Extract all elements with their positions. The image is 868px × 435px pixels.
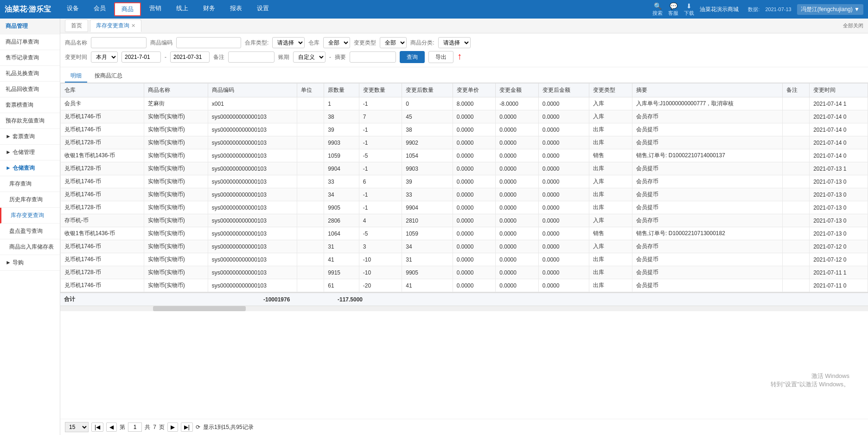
sub-tabs: 明细 按商品汇总 bbox=[60, 67, 868, 83]
cell-1-1: 实物币(实物币) bbox=[144, 110, 208, 123]
warehouse-type-select[interactable]: 请选择 bbox=[272, 37, 305, 48]
user-info[interactable]: 冯楚江(fengchujiang) ▼ bbox=[797, 4, 863, 15]
cell-11-10: 入库 bbox=[589, 240, 632, 253]
sidebar-item-coin[interactable]: 售币记录查询 bbox=[0, 50, 60, 66]
cell-5-10: 出库 bbox=[589, 162, 632, 175]
cell-9-1: 实物币(实物币) bbox=[144, 214, 208, 227]
tab-close-icon[interactable]: ✕ bbox=[131, 23, 135, 29]
cell-10-0: 收银1售币机1436-币 bbox=[61, 227, 144, 240]
export-button[interactable]: 导出 bbox=[428, 51, 453, 63]
cell-8-11: 会员提币 bbox=[632, 201, 782, 214]
cell-4-3 bbox=[297, 149, 324, 162]
expiry-select[interactable]: 自定义 bbox=[293, 51, 326, 63]
cell-11-2: sys000000000000103 bbox=[208, 240, 297, 253]
table-row[interactable]: 收银1售币机1436-币实物币(实物币)sys00000000000010310… bbox=[61, 227, 868, 240]
sidebar-item-ticket-query[interactable]: ► 套票查询 bbox=[0, 129, 60, 145]
sidebar-item-stock[interactable]: 库存查询 bbox=[0, 176, 60, 192]
service-tool[interactable]: 💬 客服 bbox=[668, 2, 678, 17]
summary-input[interactable] bbox=[350, 51, 396, 63]
table-row[interactable]: 兑币机1728-币实物币(实物币)sys0000000000001039904-… bbox=[61, 162, 868, 175]
tab-stock-change[interactable]: 库存变更查询 ✕ bbox=[90, 19, 141, 32]
remark-input[interactable] bbox=[228, 51, 274, 63]
download-label: 下载 bbox=[684, 10, 694, 16]
sidebar-item-order[interactable]: 商品订单查询 bbox=[0, 34, 60, 50]
cell-8-10: 出库 bbox=[589, 201, 632, 214]
page-next-btn[interactable]: ▶ bbox=[167, 422, 178, 432]
tab-home[interactable]: 首页 bbox=[65, 19, 88, 32]
cell-9-6: 2810 bbox=[402, 214, 453, 227]
sub-tab-detail[interactable]: 明细 bbox=[65, 70, 87, 83]
table-row[interactable]: 兑币机1746-币实物币(实物币)sys00000000000010361-20… bbox=[61, 279, 868, 292]
table-row[interactable]: 兑币机1746-币实物币(实物币)sys00000000000010338745… bbox=[61, 110, 868, 123]
table-row[interactable]: 兑币机1728-币实物币(实物币)sys0000000000001039903-… bbox=[61, 136, 868, 149]
sidebar-item-gift-recycle[interactable]: 礼品回收查询 bbox=[0, 82, 60, 97]
sidebar-item-warehouse-query[interactable]: ► 仓储查询 bbox=[0, 160, 60, 176]
page-first-btn[interactable]: |◀ bbox=[91, 422, 103, 432]
cell-10-10: 销售 bbox=[589, 227, 632, 240]
cell-6-6: 39 bbox=[402, 175, 453, 188]
product-code-input[interactable] bbox=[176, 37, 241, 48]
cell-12-13: 2021-07-12 0 bbox=[810, 253, 868, 266]
sidebar-item-inout[interactable]: 商品出入库储存表 bbox=[0, 239, 60, 255]
date-from-input[interactable] bbox=[121, 51, 161, 63]
table-row[interactable]: 收银1售币机1436-币实物币(实物币)sys00000000000010310… bbox=[61, 149, 868, 162]
sidebar-item-guide[interactable]: ► 导购 bbox=[0, 255, 60, 271]
refresh-icon[interactable]: ⟳ bbox=[196, 424, 200, 430]
cell-1-2: sys000000000000103 bbox=[208, 110, 297, 123]
page-size-select[interactable]: 15 30 50 100 bbox=[65, 422, 89, 432]
sidebar-item-stocktake[interactable]: 盘点盈亏查询 bbox=[0, 224, 60, 239]
change-type-select[interactable]: 全部 bbox=[380, 37, 407, 48]
product-category-select[interactable]: 请选择 bbox=[438, 37, 471, 48]
search-tool[interactable]: 🔍 搜索 bbox=[652, 2, 663, 17]
page-last-btn[interactable]: ▶| bbox=[181, 422, 193, 432]
table-row[interactable]: 兑币机1728-币实物币(实物币)sys0000000000001039915-… bbox=[61, 266, 868, 279]
table-row[interactable]: 兑币机1746-币实物币(实物币)sys00000000000010333639… bbox=[61, 175, 868, 188]
date-to-input[interactable] bbox=[170, 51, 210, 63]
sidebar-item-history-stock[interactable]: 历史库存查询 bbox=[0, 192, 60, 208]
cell-13-10: 出库 bbox=[589, 266, 632, 279]
sub-tab-summary[interactable]: 按商品汇总 bbox=[89, 70, 128, 83]
cell-14-4: 61 bbox=[324, 279, 359, 292]
cell-1-4: 38 bbox=[324, 110, 359, 123]
cell-2-12 bbox=[782, 123, 809, 136]
period-select[interactable]: 本月 bbox=[91, 51, 118, 63]
product-name-input[interactable] bbox=[91, 37, 147, 48]
cell-5-11: 会员提币 bbox=[632, 162, 782, 175]
sidebar-item-deposit[interactable]: 预存款充值查询 bbox=[0, 113, 60, 129]
table-row[interactable]: 兑币机1746-币实物币(实物币)sys00000000000010339-13… bbox=[61, 123, 868, 136]
sidebar-item-ticket-rank[interactable]: 套票榜查询 bbox=[0, 97, 60, 113]
hscroll-bar[interactable] bbox=[60, 306, 868, 311]
warehouse-select[interactable]: 全部 bbox=[323, 37, 350, 48]
cell-10-5: -5 bbox=[359, 227, 402, 240]
cell-4-4: 1059 bbox=[324, 149, 359, 162]
close-all-button[interactable]: 全部关闭 bbox=[843, 22, 863, 29]
cell-6-9: 0.0000 bbox=[538, 175, 589, 188]
table-row[interactable]: 会员卡芝麻街x0011-108.0000-8.00000.0000入库入库单号:… bbox=[61, 97, 868, 110]
nav-item-5[interactable]: 财务 bbox=[197, 2, 222, 16]
cell-5-4: 9904 bbox=[324, 162, 359, 175]
page-number-input[interactable] bbox=[128, 422, 142, 432]
nav-item-1[interactable]: 会员 bbox=[87, 2, 112, 16]
sidebar-item-gift-exchange[interactable]: 礼品兑换查询 bbox=[0, 66, 60, 82]
sidebar-item-warehouse-mgmt[interactable]: ► 仓储管理 bbox=[0, 145, 60, 160]
cell-7-5: -1 bbox=[359, 188, 402, 201]
cell-5-8: 0.0000 bbox=[496, 162, 538, 175]
table-row[interactable]: 兑币机1728-币实物币(实物币)sys0000000000001039905-… bbox=[61, 201, 868, 214]
table-row[interactable]: 存币机-币实物币(实物币)sys000000000000103280642810… bbox=[61, 214, 868, 227]
table-row[interactable]: 兑币机1746-币实物币(实物币)sys00000000000010331334… bbox=[61, 240, 868, 253]
nav-item-2[interactable]: 商品 bbox=[114, 2, 141, 16]
cell-11-0: 兑币机1746-币 bbox=[61, 240, 144, 253]
sidebar-item-stock-change[interactable]: 库存变更查询 bbox=[0, 208, 60, 224]
page-prev-btn[interactable]: ◀ bbox=[106, 422, 117, 432]
download-tool[interactable]: ⬇ 下载 bbox=[684, 2, 694, 17]
nav-item-4[interactable]: 线上 bbox=[170, 2, 195, 16]
table-row[interactable]: 兑币机1746-币实物币(实物币)sys00000000000010334-13… bbox=[61, 188, 868, 201]
nav-item-6[interactable]: 报表 bbox=[223, 2, 249, 16]
table-row[interactable]: 兑币机1746-币实物币(实物币)sys00000000000010341-10… bbox=[61, 253, 868, 266]
nav-item-7[interactable]: 设置 bbox=[250, 2, 275, 16]
nav-item-0[interactable]: 设备 bbox=[60, 2, 85, 16]
hscroll-thumb[interactable] bbox=[153, 306, 246, 311]
col-change-amount: 变更金额 bbox=[496, 83, 538, 97]
nav-item-3[interactable]: 营销 bbox=[143, 2, 168, 16]
query-button[interactable]: 查询 bbox=[400, 51, 425, 63]
